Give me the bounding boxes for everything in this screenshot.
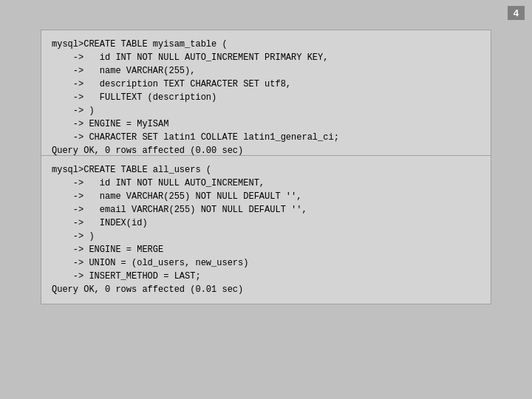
code-text-1: mysql>CREATE TABLE myisam_table ( -> id … [52,38,480,157]
code-block-1: mysql>CREATE TABLE myisam_table ( -> id … [41,30,491,166]
code-text-2: mysql>CREATE TABLE all_users ( -> id INT… [52,163,480,296]
code-block-2: mysql>CREATE TABLE all_users ( -> id INT… [41,155,491,304]
page-number: 4 [508,6,525,20]
